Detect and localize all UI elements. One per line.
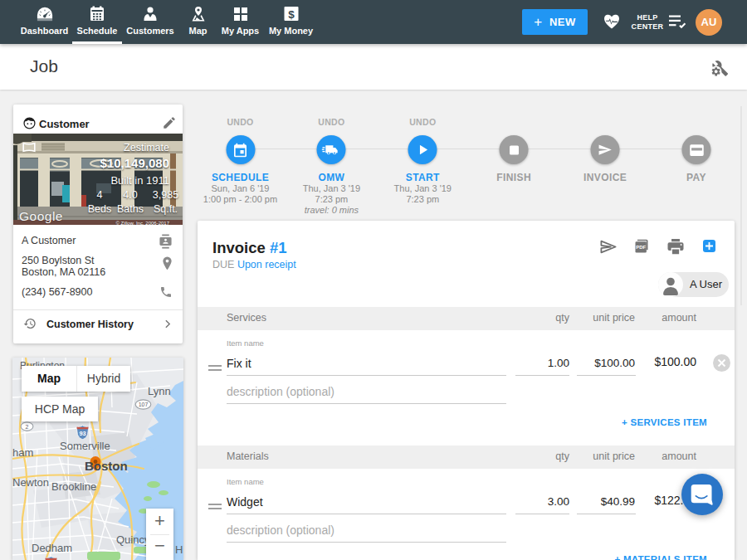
svg-text:93: 93 [79, 430, 85, 437]
svg-text:107: 107 [139, 402, 149, 407]
svg-text:PDF: PDF [636, 245, 646, 250]
svg-text:2: 2 [26, 424, 29, 430]
svg-text:$: $ [288, 8, 295, 21]
